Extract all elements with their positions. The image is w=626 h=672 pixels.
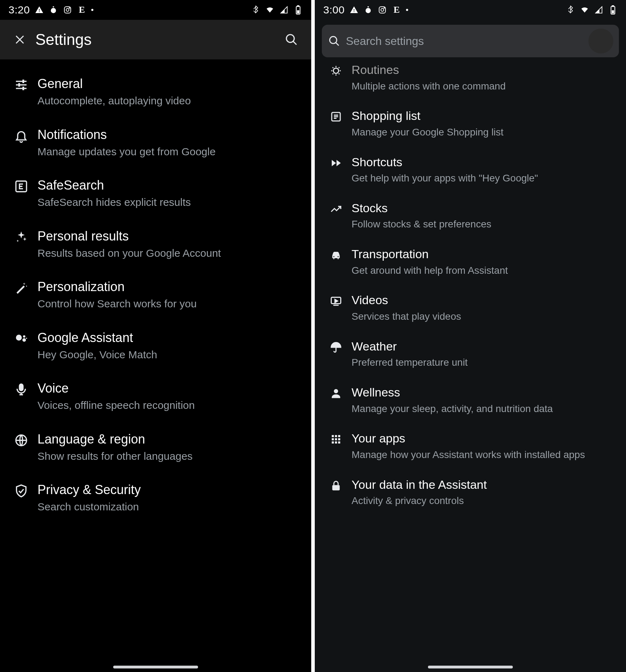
settings-item-notifications[interactable]: Notifications Manage updates you get fro…	[0, 117, 311, 168]
settings-item-routines[interactable]: Routines Multiple actions with one comma…	[315, 59, 626, 100]
item-subtitle: Get help with your apps with "Hey Google…	[352, 172, 616, 185]
etsy-icon: E	[77, 5, 86, 15]
svg-rect-6	[297, 6, 299, 6]
item-subtitle: Multiple actions with one command	[352, 80, 616, 93]
settings-item-safesearch[interactable]: SafeSearch SafeSearch hides explicit res…	[0, 168, 311, 219]
settings-item-your-data[interactable]: Your data in the Assistant Activity & pr…	[315, 469, 626, 515]
item-subtitle: Follow stocks & set preferences	[352, 218, 616, 231]
more-notifications-dot	[406, 9, 408, 11]
globe-icon	[7, 431, 35, 447]
apps-grid-icon	[323, 431, 349, 446]
svg-rect-43	[332, 441, 334, 444]
status-bar: 3:20 E	[0, 0, 311, 20]
item-subtitle: Manage how your Assistant works with ins…	[352, 448, 616, 462]
settings-item-voice[interactable]: Voice Voices, offline speech recognition	[0, 371, 311, 422]
instagram-icon	[378, 5, 387, 15]
svg-rect-12	[22, 80, 24, 83]
svg-rect-14	[22, 87, 24, 90]
battery-icon	[294, 5, 303, 15]
svg-point-33	[334, 256, 335, 257]
item-subtitle: Control how Search works for you	[37, 297, 301, 311]
bluetooth-icon	[566, 5, 575, 15]
status-bar: 3:00 E	[315, 0, 626, 20]
svg-point-30	[330, 36, 337, 44]
mic-icon	[7, 380, 35, 396]
item-title: Privacy & Security	[37, 482, 301, 498]
svg-point-22	[366, 8, 371, 13]
item-subtitle: Manage your Google Shopping list	[352, 126, 616, 139]
settings-item-google-assistant[interactable]: Google Assistant Hey Google, Voice Match	[0, 320, 311, 371]
svg-point-4	[69, 8, 70, 8]
svg-point-0	[51, 8, 56, 13]
settings-item-privacy-security[interactable]: Privacy & Security Search customization	[0, 473, 311, 523]
svg-rect-13	[18, 83, 20, 87]
etsy-icon: E	[392, 5, 401, 15]
trending-up-icon	[323, 201, 349, 215]
item-subtitle: Search customization	[37, 500, 301, 514]
search-input[interactable]	[345, 34, 582, 48]
item-subtitle: Autocomplete, autoplaying video	[37, 94, 301, 108]
search-bar[interactable]	[322, 25, 619, 57]
svg-rect-38	[335, 435, 337, 437]
home-indicator[interactable]	[428, 666, 513, 668]
item-title: Voice	[37, 380, 301, 396]
item-title: Your data in the Assistant	[352, 477, 616, 492]
fast-forward-icon	[323, 155, 349, 169]
settings-item-stocks[interactable]: Stocks Follow stocks & set preferences	[315, 193, 626, 239]
close-button[interactable]	[7, 27, 33, 52]
item-subtitle: Hey Google, Voice Match	[37, 348, 301, 362]
settings-item-wellness[interactable]: Wellness Manage your sleep, activity, an…	[315, 377, 626, 423]
car-icon	[323, 247, 349, 261]
settings-item-general[interactable]: General Autocomplete, autoplaying video	[0, 66, 311, 117]
settings-item-transportation[interactable]: Transportation Get around with help from…	[315, 239, 626, 285]
routines-icon	[323, 62, 349, 77]
svg-rect-7	[297, 10, 300, 13]
settings-item-personalization[interactable]: Personalization Control how Search works…	[0, 270, 311, 320]
item-subtitle: Activity & privacy controls	[352, 494, 616, 508]
svg-rect-20	[19, 384, 23, 390]
instagram-icon	[63, 5, 72, 15]
assistant-icon	[7, 330, 35, 346]
settings-item-shortcuts[interactable]: Shortcuts Get help with your apps with "…	[315, 147, 626, 193]
svg-point-8	[286, 35, 294, 42]
svg-rect-39	[338, 435, 340, 437]
settings-item-shopping-list[interactable]: Shopping list Manage your Google Shoppin…	[315, 100, 626, 146]
svg-rect-37	[332, 435, 334, 437]
svg-rect-1	[53, 6, 54, 7]
svg-point-17	[23, 335, 25, 338]
bluetooth-icon	[251, 5, 260, 15]
svg-rect-9	[16, 81, 27, 82]
settings-item-your-apps[interactable]: Your apps Manage how your Assistant work…	[315, 423, 626, 469]
assistant-settings-list: Routines Multiple actions with one comma…	[315, 57, 626, 515]
item-title: Google Assistant	[37, 330, 301, 346]
settings-item-weather[interactable]: Weather Preferred temperature unit	[315, 331, 626, 377]
status-time: 3:20	[8, 4, 30, 16]
item-title: Shortcuts	[352, 155, 616, 170]
settings-item-videos[interactable]: Videos Services that play videos	[315, 285, 626, 331]
settings-item-personal-results[interactable]: Personal results Results based on your G…	[0, 219, 311, 270]
search-button[interactable]	[279, 27, 304, 52]
item-title: Shopping list	[352, 108, 616, 123]
item-subtitle: Manage your sleep, activity, and nutriti…	[352, 402, 616, 416]
sparkle-icon	[7, 228, 35, 244]
battery-icon	[608, 5, 618, 15]
svg-rect-11	[16, 88, 27, 89]
svg-rect-42	[338, 438, 340, 440]
item-subtitle: Services that play videos	[352, 310, 616, 323]
svg-rect-46	[332, 485, 340, 490]
item-title: Your apps	[352, 431, 616, 446]
phone-right: 3:00 E Routines	[315, 0, 626, 672]
shield-check-icon	[7, 482, 35, 498]
svg-point-3	[66, 8, 69, 11]
home-indicator[interactable]	[113, 666, 198, 668]
item-title: Routines	[352, 62, 616, 77]
profile-avatar[interactable]	[587, 27, 615, 55]
wifi-icon	[265, 5, 274, 15]
svg-point-25	[381, 8, 384, 11]
svg-point-19	[26, 337, 27, 338]
item-title: Weather	[352, 339, 616, 354]
svg-point-16	[16, 335, 22, 341]
stopwatch-icon	[364, 5, 373, 15]
lock-icon	[323, 477, 349, 492]
settings-item-language-region[interactable]: Language & region Show results for other…	[0, 422, 311, 473]
